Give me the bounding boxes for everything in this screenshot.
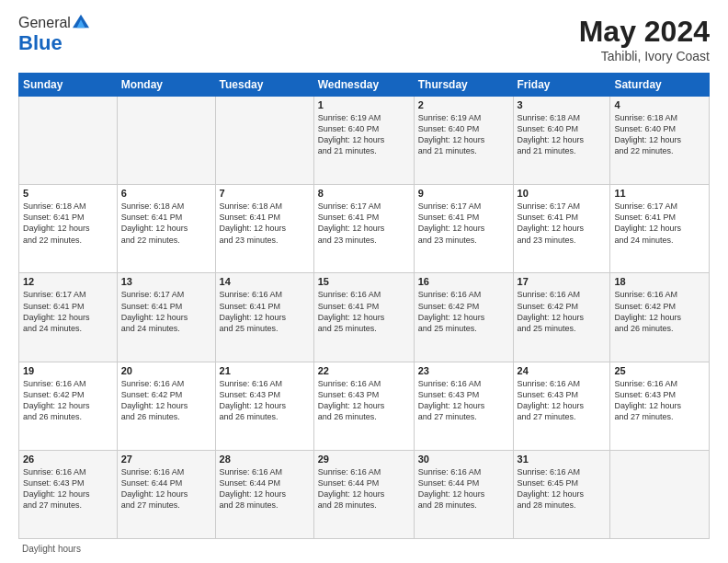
day-number: 19 [23, 365, 113, 376]
calendar-cell: 24Sunrise: 6:16 AM Sunset: 6:43 PM Dayli… [513, 362, 610, 450]
day-number: 2 [418, 99, 509, 110]
day-info: Sunrise: 6:16 AM Sunset: 6:44 PM Dayligh… [418, 466, 509, 511]
calendar-cell [215, 97, 313, 185]
day-info: Sunrise: 6:17 AM Sunset: 6:41 PM Dayligh… [418, 201, 509, 246]
day-info: Sunrise: 6:17 AM Sunset: 6:41 PM Dayligh… [318, 201, 410, 246]
day-info: Sunrise: 6:16 AM Sunset: 6:42 PM Dayligh… [418, 289, 509, 334]
logo-icon [73, 13, 89, 29]
calendar-cell [117, 97, 215, 185]
calendar-cell: 12Sunrise: 6:17 AM Sunset: 6:41 PM Dayli… [19, 273, 118, 362]
day-number: 11 [614, 188, 705, 199]
calendar-cell: 30Sunrise: 6:16 AM Sunset: 6:44 PM Dayli… [414, 450, 513, 538]
day-number: 29 [318, 454, 410, 465]
day-number: 10 [518, 188, 607, 199]
day-info: Sunrise: 6:16 AM Sunset: 6:41 PM Dayligh… [220, 289, 310, 334]
day-info: Sunrise: 6:17 AM Sunset: 6:41 PM Dayligh… [23, 289, 113, 334]
day-info: Sunrise: 6:16 AM Sunset: 6:42 PM Dayligh… [121, 378, 211, 423]
day-number: 13 [121, 276, 211, 287]
day-info: Sunrise: 6:18 AM Sunset: 6:40 PM Dayligh… [614, 112, 705, 157]
location: Tahibli, Ivory Coast [579, 49, 710, 63]
day-number: 15 [318, 276, 410, 287]
calendar-cell: 20Sunrise: 6:16 AM Sunset: 6:42 PM Dayli… [117, 362, 215, 450]
calendar-cell: 5Sunrise: 6:18 AM Sunset: 6:41 PM Daylig… [19, 185, 118, 273]
calendar-cell: 31Sunrise: 6:16 AM Sunset: 6:45 PM Dayli… [513, 450, 610, 538]
calendar-cell: 23Sunrise: 6:16 AM Sunset: 6:43 PM Dayli… [414, 362, 513, 450]
day-info: Sunrise: 6:16 AM Sunset: 6:43 PM Dayligh… [518, 378, 607, 423]
day-number: 22 [318, 365, 410, 376]
calendar-cell: 6Sunrise: 6:18 AM Sunset: 6:41 PM Daylig… [117, 185, 215, 273]
logo-general-text: General [18, 15, 71, 31]
day-number: 25 [614, 365, 705, 376]
day-info: Sunrise: 6:17 AM Sunset: 6:41 PM Dayligh… [121, 289, 211, 334]
day-number: 5 [23, 188, 113, 199]
calendar-cell: 26Sunrise: 6:16 AM Sunset: 6:43 PM Dayli… [19, 450, 118, 538]
day-number: 16 [418, 276, 509, 287]
day-number: 26 [23, 454, 113, 465]
day-number: 24 [518, 365, 607, 376]
calendar-cell: 2Sunrise: 6:19 AM Sunset: 6:40 PM Daylig… [414, 97, 513, 185]
calendar-cell [19, 97, 118, 185]
calendar-cell: 1Sunrise: 6:19 AM Sunset: 6:40 PM Daylig… [313, 97, 414, 185]
day-info: Sunrise: 6:16 AM Sunset: 6:43 PM Dayligh… [418, 378, 509, 423]
day-number: 21 [220, 365, 310, 376]
day-info: Sunrise: 6:16 AM Sunset: 6:42 PM Dayligh… [614, 289, 705, 334]
day-info: Sunrise: 6:16 AM Sunset: 6:44 PM Dayligh… [220, 466, 310, 511]
calendar-header-cell: Friday [513, 74, 610, 97]
calendar-table: SundayMondayTuesdayWednesdayThursdayFrid… [18, 73, 710, 539]
calendar-cell: 9Sunrise: 6:17 AM Sunset: 6:41 PM Daylig… [414, 185, 513, 273]
day-info: Sunrise: 6:16 AM Sunset: 6:43 PM Dayligh… [614, 378, 705, 423]
calendar-header-row: SundayMondayTuesdayWednesdayThursdayFrid… [19, 74, 710, 97]
calendar-week-row: 5Sunrise: 6:18 AM Sunset: 6:41 PM Daylig… [19, 185, 710, 273]
day-number: 12 [23, 276, 113, 287]
day-number: 18 [614, 276, 705, 287]
day-info: Sunrise: 6:18 AM Sunset: 6:41 PM Dayligh… [121, 201, 211, 246]
day-info: Sunrise: 6:17 AM Sunset: 6:41 PM Dayligh… [614, 201, 705, 246]
calendar-cell: 17Sunrise: 6:16 AM Sunset: 6:42 PM Dayli… [513, 273, 610, 362]
calendar-cell: 29Sunrise: 6:16 AM Sunset: 6:44 PM Dayli… [313, 450, 414, 538]
calendar-cell: 18Sunrise: 6:16 AM Sunset: 6:42 PM Dayli… [610, 273, 710, 362]
day-info: Sunrise: 6:16 AM Sunset: 6:41 PM Dayligh… [318, 289, 410, 334]
calendar-cell: 28Sunrise: 6:16 AM Sunset: 6:44 PM Dayli… [215, 450, 313, 538]
calendar-week-row: 12Sunrise: 6:17 AM Sunset: 6:41 PM Dayli… [19, 273, 710, 362]
calendar-header-cell: Sunday [19, 74, 118, 97]
day-number: 23 [418, 365, 509, 376]
day-info: Sunrise: 6:16 AM Sunset: 6:45 PM Dayligh… [518, 466, 607, 511]
calendar-header-cell: Tuesday [215, 74, 313, 97]
title-block: May 2024 Tahibli, Ivory Coast [579, 15, 710, 63]
calendar-week-row: 26Sunrise: 6:16 AM Sunset: 6:43 PM Dayli… [19, 450, 710, 538]
day-number: 6 [121, 188, 211, 199]
calendar-cell: 14Sunrise: 6:16 AM Sunset: 6:41 PM Dayli… [215, 273, 313, 362]
calendar-header-cell: Wednesday [313, 74, 414, 97]
calendar-body: 1Sunrise: 6:19 AM Sunset: 6:40 PM Daylig… [19, 97, 710, 539]
calendar-cell: 16Sunrise: 6:16 AM Sunset: 6:42 PM Dayli… [414, 273, 513, 362]
day-number: 28 [220, 454, 310, 465]
calendar-week-row: 1Sunrise: 6:19 AM Sunset: 6:40 PM Daylig… [19, 97, 710, 185]
day-info: Sunrise: 6:16 AM Sunset: 6:44 PM Dayligh… [318, 466, 410, 511]
day-number: 20 [121, 365, 211, 376]
day-number: 14 [220, 276, 310, 287]
day-number: 3 [518, 99, 607, 110]
month-year: May 2024 [579, 15, 710, 49]
day-info: Sunrise: 6:18 AM Sunset: 6:40 PM Dayligh… [518, 112, 607, 157]
calendar-header-cell: Monday [117, 74, 215, 97]
day-info: Sunrise: 6:17 AM Sunset: 6:41 PM Dayligh… [518, 201, 607, 246]
day-number: 7 [220, 188, 310, 199]
day-number: 8 [318, 188, 410, 199]
header: General Blue May 2024 Tahibli, Ivory Coa… [18, 15, 710, 63]
logo: General Blue [18, 15, 91, 55]
calendar-week-row: 19Sunrise: 6:16 AM Sunset: 6:42 PM Dayli… [19, 362, 710, 450]
page: General Blue May 2024 Tahibli, Ivory Coa… [0, 0, 728, 563]
calendar-cell: 4Sunrise: 6:18 AM Sunset: 6:40 PM Daylig… [610, 97, 710, 185]
day-info: Sunrise: 6:16 AM Sunset: 6:43 PM Dayligh… [220, 378, 310, 423]
logo-blue-text: Blue [18, 31, 63, 54]
calendar-cell: 10Sunrise: 6:17 AM Sunset: 6:41 PM Dayli… [513, 185, 610, 273]
calendar-header-cell: Saturday [610, 74, 710, 97]
day-number: 27 [121, 454, 211, 465]
day-info: Sunrise: 6:16 AM Sunset: 6:44 PM Dayligh… [121, 466, 211, 511]
calendar-cell: 25Sunrise: 6:16 AM Sunset: 6:43 PM Dayli… [610, 362, 710, 450]
footer-note: Daylight hours [18, 544, 710, 554]
day-number: 30 [418, 454, 509, 465]
calendar-cell: 13Sunrise: 6:17 AM Sunset: 6:41 PM Dayli… [117, 273, 215, 362]
day-info: Sunrise: 6:16 AM Sunset: 6:42 PM Dayligh… [23, 378, 113, 423]
day-info: Sunrise: 6:19 AM Sunset: 6:40 PM Dayligh… [318, 112, 410, 157]
